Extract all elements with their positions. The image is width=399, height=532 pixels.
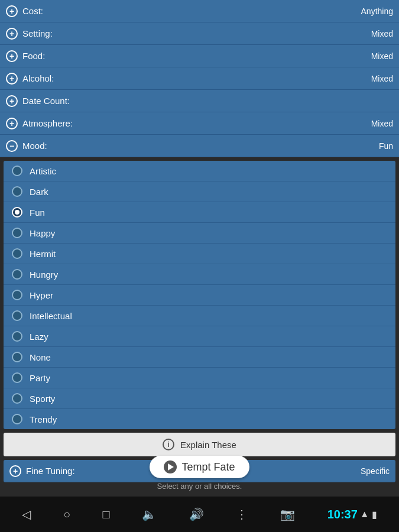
list-item[interactable]: None [4,347,395,368]
wifi-icon: ▲ [360,509,369,520]
mood-label: Mood: [22,141,47,151]
list-item[interactable]: Hermit [4,244,395,264]
main-content: + Cost: Anything + Setting: Mixed + Food… [0,0,399,497]
mood-expand-icon[interactable]: − [6,140,18,152]
option-dark-label: Dark [30,187,48,197]
alcohol-value: Mixed [371,74,393,83]
volume-down-icon[interactable]: 🔈 [142,507,157,521]
list-item[interactable]: Trendy [4,409,395,429]
radio-artistic[interactable] [12,166,22,176]
play-icon [164,460,177,473]
filter-food[interactable]: + Food: Mixed [0,45,399,67]
list-item[interactable]: Fun [4,202,395,223]
option-artistic-label: Artistic [30,166,56,176]
list-item[interactable]: Intellectual [4,306,395,326]
filter-atmosphere[interactable]: + Atmosphere: Mixed [0,112,399,135]
explain-label: Explain These [180,440,236,450]
option-sporty-label: Sporty [30,394,55,404]
option-fun-label: Fun [30,207,45,218]
option-intellectual-label: Intellectual [30,311,72,321]
radio-hyper[interactable] [12,290,22,300]
option-happy-label: Happy [30,228,55,238]
cost-label: Cost: [22,6,43,16]
list-item[interactable]: Hungry [4,264,395,285]
radio-fun[interactable] [12,207,22,218]
setting-expand-icon[interactable]: + [6,28,18,40]
option-hungry-label: Hungry [30,270,58,280]
option-none-label: None [30,352,51,362]
play-triangle [168,463,174,471]
alcohol-expand-icon[interactable]: + [6,73,18,85]
option-party-label: Party [30,373,50,383]
camera-icon[interactable]: 📷 [280,507,295,521]
option-hyper-label: Hyper [30,290,53,300]
atmosphere-label: Atmosphere: [22,118,73,128]
cost-expand-icon[interactable]: + [6,5,18,17]
home-icon[interactable]: ○ [63,508,70,521]
back-icon[interactable]: ◁ [22,507,31,521]
mood-value: Fun [379,141,393,151]
bottom-area: Tempt Fate Select any or all choices. [0,450,399,497]
list-item[interactable]: Lazy [4,326,395,347]
datecount-label: Date Count: [22,96,70,106]
radio-dark[interactable] [12,186,22,197]
setting-label: Setting: [22,28,53,38]
list-item[interactable]: Hyper [4,285,395,306]
option-trendy-label: Trendy [30,414,57,424]
radio-intellectual[interactable] [12,310,22,321]
mood-dropdown: Artistic Dark Fun Happy Hermit Hungry Hy… [4,161,395,429]
list-item[interactable]: Happy [4,223,395,244]
radio-lazy[interactable] [12,331,22,342]
list-item[interactable]: Dark [4,181,395,202]
radio-hungry[interactable] [12,269,22,280]
info-icon: i [163,439,174,450]
cost-value: Anything [361,7,393,16]
navigation-bar: ◁ ○ □ 🔈 🔊 ⋮ 📷 10:37 ▲ ▮ [0,497,399,532]
filter-cost[interactable]: + Cost: Anything [0,0,399,22]
filter-alcohol[interactable]: + Alcohol: Mixed [0,67,399,90]
battery-icon: ▮ [372,509,377,520]
list-item[interactable]: Sporty [4,388,395,409]
radio-sporty[interactable] [12,393,22,404]
menu-icon[interactable]: ⋮ [236,507,248,521]
list-item[interactable]: Party [4,368,395,388]
radio-hermit[interactable] [12,248,22,259]
volume-up-icon[interactable]: 🔊 [189,507,204,521]
datecount-expand-icon[interactable]: + [6,95,18,107]
system-time: 10:37 [327,508,358,521]
select-hint: Select any or all choices. [157,482,242,491]
tempt-fate-button[interactable]: Tempt Fate [150,456,249,478]
food-value: Mixed [371,51,393,61]
radio-trendy[interactable] [12,414,22,424]
option-lazy-label: Lazy [30,332,48,342]
food-expand-icon[interactable]: + [6,50,18,62]
recent-icon[interactable]: □ [103,508,110,521]
alcohol-label: Alcohol: [22,73,54,83]
option-hermit-label: Hermit [30,249,56,259]
radio-none[interactable] [12,352,22,362]
filter-setting[interactable]: + Setting: Mixed [0,22,399,45]
food-label: Food: [22,51,45,61]
atmosphere-expand-icon[interactable]: + [6,118,18,129]
filter-mood[interactable]: − Mood: Fun [0,135,399,157]
filter-datecount[interactable]: + Date Count: [0,90,399,112]
tempt-fate-label: Tempt Fate [181,461,235,473]
list-item[interactable]: Artistic [4,161,395,181]
radio-party[interactable] [12,372,22,383]
radio-happy[interactable] [12,228,22,238]
setting-value: Mixed [371,29,393,38]
atmosphere-value: Mixed [371,119,393,128]
